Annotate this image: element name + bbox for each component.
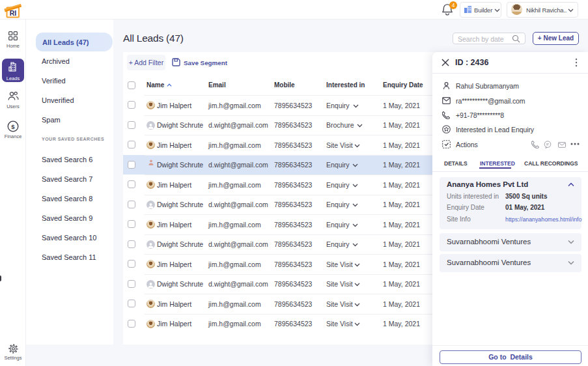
- svg-text:RI: RI: [10, 9, 17, 17]
- svg-text:$: $: [11, 123, 15, 130]
